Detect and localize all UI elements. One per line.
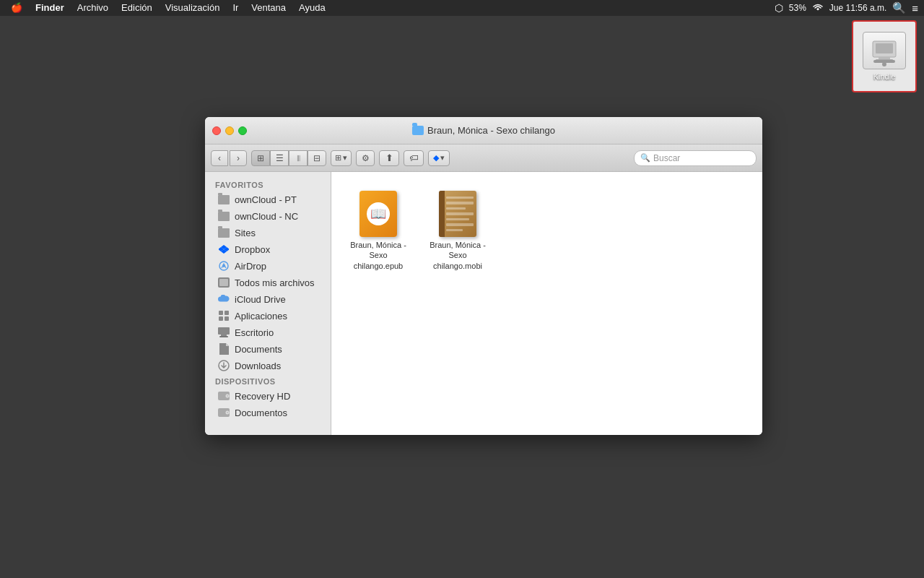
svg-rect-14 — [219, 316, 223, 321]
mobi-content — [446, 197, 474, 231]
sidebar-item-todos[interactable]: Todos mis archivos — [208, 275, 328, 290]
folder-icon-owncloud-pt — [218, 194, 230, 205]
svg-point-22 — [227, 395, 228, 397]
dropbox-toolbar-button[interactable]: ◆ ▾ — [428, 150, 450, 166]
apple-menu[interactable]: 🍎 — [6, 0, 27, 16]
svg-rect-1 — [876, 43, 893, 53]
sidebar-label-sites: Sites — [235, 228, 256, 238]
finder-menu[interactable]: Finder — [30, 0, 69, 16]
tag-button[interactable]: 🏷 — [404, 150, 424, 166]
main-area: Favoritos ownCloud - PT ownCloud - NC Si… — [205, 172, 762, 435]
sidebar-item-airdrop[interactable]: AirDrop — [208, 258, 328, 274]
ir-menu[interactable]: Ir — [227, 0, 243, 16]
svg-rect-3 — [876, 59, 893, 61]
datetime: Jue 11:56 a.m. — [829, 3, 886, 13]
airdrop-icon — [218, 260, 230, 272]
mobi-icon — [439, 191, 476, 237]
arrange-label: ▾ — [343, 153, 347, 163]
title-bar: Braun, Mónica - Sexo chilango — [205, 117, 762, 144]
svg-rect-15 — [225, 316, 229, 321]
file-item-mobi[interactable]: Braun, Mónica - Sexo chilango.mobi — [425, 186, 490, 275]
sidebar-item-sites[interactable]: Sites — [208, 225, 328, 241]
files-area: 📖 Braun, Mónica - Sexo chilango.epub — [331, 172, 762, 435]
sidebar-item-documentos[interactable]: Documentos — [208, 405, 328, 420]
mobi-file-label: Braun, Mónica - Sexo chilango.mobi — [430, 240, 486, 271]
view-buttons: ⊞ ☰ ⫴ ⊟ — [251, 150, 326, 166]
aplicaciones-icon — [218, 310, 230, 322]
share-button[interactable]: ⬆ — [379, 150, 399, 166]
dropbox-status-icon: ⬡ — [775, 2, 783, 14]
forward-button[interactable]: › — [230, 150, 247, 166]
minimize-button[interactable] — [225, 126, 234, 135]
view-icon-button[interactable]: ⊞ — [251, 150, 270, 166]
todos-icon — [218, 277, 230, 288]
battery-indicator: 53% — [789, 3, 806, 13]
documentos-device-icon — [218, 407, 230, 418]
edicion-menu[interactable]: Edición — [116, 0, 157, 16]
menubar: 🍎 Finder Archivo Edición Visualización I… — [0, 0, 924, 16]
sidebar-label-todos: Todos mis archivos — [235, 277, 315, 288]
sidebar: Favoritos ownCloud - PT ownCloud - NC Si… — [205, 172, 331, 435]
file-item-epub[interactable]: 📖 Braun, Mónica - Sexo chilango.epub — [346, 186, 411, 275]
action-button[interactable]: ⚙ — [356, 150, 375, 166]
kindle-label: Kindle — [873, 72, 896, 81]
epub-book-badge: 📖 — [367, 202, 390, 225]
arrange-button[interactable]: ⊞ ▾ — [331, 150, 352, 166]
svg-rect-11 — [219, 279, 228, 286]
devices-section-label: Dispositivos — [205, 374, 331, 387]
icloud-icon — [218, 293, 230, 305]
sidebar-item-documents[interactable]: Documents — [208, 341, 328, 357]
sidebar-item-recovery-hd[interactable]: Recovery HD — [208, 388, 328, 404]
sidebar-label-icloud: iCloud Drive — [235, 294, 286, 305]
sidebar-item-dropbox[interactable]: Dropbox — [208, 241, 328, 257]
downloads-icon — [218, 360, 230, 371]
kindle-drive-icon[interactable]: Kindle — [852, 20, 917, 92]
sidebar-item-downloads[interactable]: Downloads — [208, 358, 328, 374]
window-title-text: Braun, Mónica - Sexo chilango — [427, 125, 555, 136]
sidebar-item-icloud[interactable]: iCloud Drive — [208, 291, 328, 307]
folder-icon-owncloud-nc — [218, 210, 230, 222]
arrange-icon: ⊞ — [335, 153, 341, 163]
visualizacion-menu[interactable]: Visualización — [160, 0, 225, 16]
svg-rect-2 — [879, 57, 890, 59]
dropbox-chevron: ▾ — [440, 153, 445, 163]
sidebar-label-aplicaciones: Aplicaciones — [235, 311, 287, 322]
sidebar-label-recovery-hd: Recovery HD — [235, 391, 290, 402]
close-button[interactable] — [212, 126, 221, 135]
menubar-right: ⬡ 53% Jue 11:56 a.m. 🔍 ≡ — [775, 1, 918, 14]
mobi-icon-wrapper — [435, 191, 481, 237]
sidebar-item-owncloud-nc[interactable]: ownCloud - NC — [208, 208, 328, 224]
svg-rect-13 — [225, 311, 229, 315]
sidebar-label-owncloud-pt: ownCloud - PT — [235, 194, 297, 205]
sidebar-label-airdrop: AirDrop — [235, 261, 266, 272]
epub-icon-wrapper: 📖 — [355, 191, 401, 237]
search-icon-menubar[interactable]: 🔍 — [892, 1, 906, 14]
view-coverflow-button[interactable]: ⊟ — [308, 150, 326, 166]
sidebar-label-downloads: Downloads — [235, 361, 281, 371]
escritorio-icon — [218, 327, 230, 338]
svg-point-25 — [227, 412, 228, 413]
sidebar-label-dropbox: Dropbox — [235, 244, 270, 255]
maximize-button[interactable] — [238, 126, 247, 135]
folder-icon — [412, 126, 424, 135]
sidebar-label-documentos: Documentos — [235, 407, 287, 418]
sidebar-item-owncloud-pt[interactable]: ownCloud - PT — [208, 191, 328, 207]
wifi-icon — [812, 4, 824, 12]
ayuda-menu[interactable]: Ayuda — [294, 0, 331, 16]
window-controls — [205, 126, 247, 135]
notification-icon[interactable]: ≡ — [912, 2, 918, 14]
back-button[interactable]: ‹ — [211, 150, 228, 166]
ventana-menu[interactable]: Ventana — [246, 0, 291, 16]
recovery-hd-icon — [218, 390, 230, 402]
view-list-button[interactable]: ☰ — [270, 150, 289, 166]
view-columns-button[interactable]: ⫴ — [289, 150, 308, 166]
window-title: Braun, Mónica - Sexo chilango — [412, 125, 555, 136]
folder-icon-sites — [218, 227, 230, 238]
kindle-drive-image — [863, 32, 906, 69]
toolbar: ‹ › ⊞ ☰ ⫴ ⊟ ⊞ ▾ ⚙ ⬆ 🏷 ◆ ▾ 🔍 Buscar — [205, 144, 762, 172]
archivo-menu[interactable]: Archivo — [72, 0, 113, 16]
documents-icon — [218, 343, 230, 355]
sidebar-item-aplicaciones[interactable]: Aplicaciones — [208, 308, 328, 324]
sidebar-item-escritorio[interactable]: Escritorio — [208, 324, 328, 340]
search-bar[interactable]: 🔍 Buscar — [634, 150, 757, 166]
